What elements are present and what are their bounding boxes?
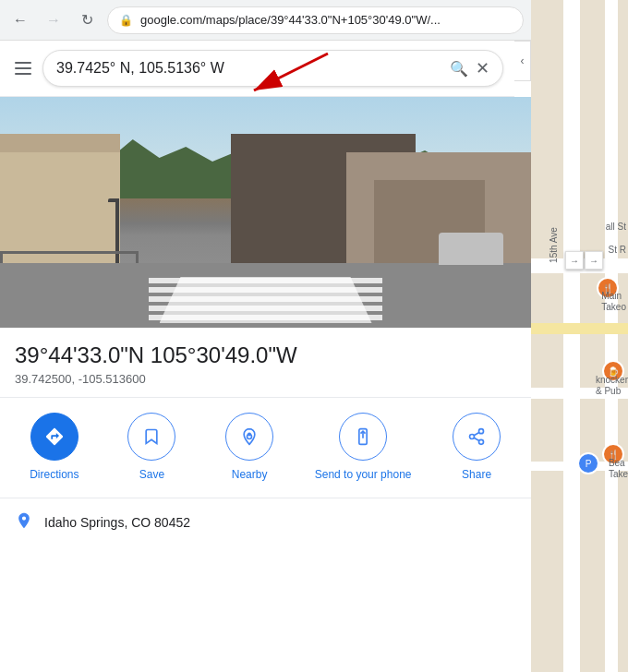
svg-line-11 <box>474 432 479 435</box>
info-section: 39°44'33.0"N 105°30'49.0"W 39.742500, -1… <box>0 328 531 398</box>
nearby-label: Nearby <box>232 468 268 483</box>
map-road-v-2 <box>605 0 618 672</box>
directions-label: Directions <box>30 468 78 483</box>
directions-icon-circle <box>30 413 78 461</box>
address-row: Idaho Springs, CO 80452 <box>0 498 531 547</box>
back-button[interactable]: ← <box>7 7 33 33</box>
map-road-v-1 <box>563 0 580 672</box>
map-place-knocker: knocker& Pub <box>596 375 628 397</box>
forward-button[interactable]: → <box>41 7 66 33</box>
save-button[interactable]: Save <box>119 413 184 483</box>
map-label-all-st: all St <box>606 222 626 232</box>
refresh-button[interactable]: ↻ <box>74 7 100 33</box>
send-to-phone-icon <box>354 427 372 446</box>
clear-button[interactable]: ✕ <box>476 58 489 78</box>
map-nav-arrow-1: → <box>565 251 584 270</box>
refresh-icon: ↻ <box>81 11 93 29</box>
svg-point-7 <box>479 429 484 434</box>
share-button[interactable]: Share <box>444 413 509 483</box>
save-icon <box>142 427 161 446</box>
right-panel-map[interactable]: → → 15th Ave St R all St 🍴 MainTakeo 🍺 k… <box>531 0 628 672</box>
map-label-st-r: St R <box>609 245 626 255</box>
map-poi-parking[interactable]: P <box>577 452 599 474</box>
nearby-icon <box>240 427 259 446</box>
directions-icon <box>44 426 65 447</box>
action-buttons: Directions Save Nearby <box>0 398 531 498</box>
svg-line-1 <box>254 54 328 90</box>
lock-icon: 🔒 <box>119 14 133 27</box>
nearby-button[interactable]: Nearby <box>217 413 282 483</box>
send-to-phone-label: Send to your phone <box>315 468 412 483</box>
left-panel: ← → ↻ 🔒 google.com/maps/place/39°44'33.0… <box>0 0 531 672</box>
share-icon <box>467 427 486 446</box>
directions-button[interactable]: Directions <box>22 413 87 483</box>
send-to-phone-button[interactable]: Send to your phone <box>315 413 412 483</box>
address-text: Idaho Springs, CO 80452 <box>44 515 190 530</box>
forward-icon: → <box>46 12 61 29</box>
map-nav-arrow-2: → <box>585 251 603 270</box>
address-bar[interactable]: 🔒 google.com/maps/place/39°44'33.0"N+105… <box>107 6 524 34</box>
nearby-icon-circle <box>225 413 273 461</box>
browser-chrome: ← → ↻ 🔒 google.com/maps/place/39°44'33.0… <box>0 0 531 41</box>
street-view-image <box>0 97 531 328</box>
search-icon: 🔍 <box>450 61 468 77</box>
svg-point-3 <box>248 432 251 436</box>
save-icon-circle <box>127 413 175 461</box>
save-label: Save <box>139 468 164 483</box>
map-background: → → 15th Ave St R all St 🍴 MainTakeo 🍺 k… <box>531 0 628 672</box>
send-to-phone-icon-circle <box>339 413 387 461</box>
coordinates-dms: 39°44'33.0"N 105°30'49.0"W <box>15 342 516 368</box>
coordinates-decimal: 39.742500, -105.513600 <box>15 372 516 386</box>
share-icon-circle <box>453 413 501 461</box>
collapse-panel-button[interactable]: ‹ <box>514 41 531 81</box>
svg-line-10 <box>474 438 479 440</box>
svg-point-8 <box>470 435 475 439</box>
chevron-right-icon: ‹ <box>521 54 525 67</box>
hamburger-menu[interactable] <box>11 58 35 78</box>
back-icon: ← <box>13 12 28 29</box>
close-icon: ✕ <box>476 59 489 78</box>
search-button[interactable]: 🔍 <box>450 60 468 78</box>
location-pin-icon <box>15 511 33 534</box>
url-text: google.com/maps/place/39°44'33.0"N+105°3… <box>140 13 512 27</box>
map-place-main-takeo: MainTakeo <box>601 291 626 313</box>
map-label-15th-ave: 15th Ave <box>549 227 559 263</box>
red-arrow <box>185 49 332 104</box>
svg-point-9 <box>479 439 484 444</box>
share-label: Share <box>462 468 491 483</box>
map-road-h-2 <box>531 323 628 334</box>
map-place-bea: BeaTake <box>609 458 628 480</box>
